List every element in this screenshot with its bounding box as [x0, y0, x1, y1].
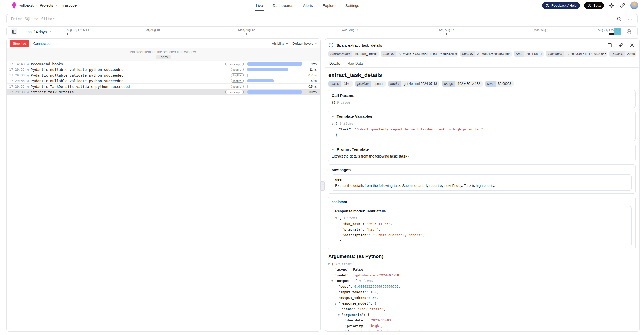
sql-filter-input[interactable]	[7, 17, 616, 22]
log-duration: 5ms	[311, 79, 317, 83]
timeline-tick-label: Mon, Aug 19	[534, 28, 550, 32]
collapse-caret[interactable]: ∨	[334, 301, 338, 306]
span-title-prefix: Span:	[336, 43, 347, 47]
log-name: recommend_books	[31, 62, 215, 66]
span-title: Span: extract_task_details	[336, 43, 382, 47]
chevron-up-icon	[332, 115, 335, 118]
log-duration: 0.7ms	[308, 74, 317, 77]
user-message-card: user Extract the details from the follow…	[332, 174, 632, 191]
scope-badge: mirascope	[225, 90, 244, 94]
empty-object: {}	[332, 101, 336, 104]
timeline-zoom-button[interactable]	[626, 28, 633, 35]
collapse-caret[interactable]: ∨	[331, 278, 335, 284]
breadcrumb-org[interactable]: willbakst	[19, 3, 34, 7]
share-link-button[interactable]	[619, 2, 626, 9]
collapse-caret[interactable]: ∨	[332, 121, 335, 127]
theme-toggle-button[interactable]	[608, 2, 615, 9]
visibility-dropdown[interactable]: Visibility	[272, 41, 288, 45]
search-button[interactable]	[616, 16, 623, 23]
arguments-python-tree: ∨{ 10 items'async': False,'model': 'gpt-…	[328, 261, 636, 332]
top-bar: willbakst › Projects › mirascope Live Da…	[0, 0, 644, 11]
meta-date[interactable]: Date2024-08-21	[514, 51, 544, 57]
chevron-down-icon	[48, 30, 51, 33]
default-levels-dropdown[interactable]: Default levels	[292, 41, 317, 45]
info-icon	[328, 42, 334, 48]
span-meta-row: Service Nameunknown_service Trace ID #c3…	[325, 50, 639, 59]
span-diamond-icon: ◆	[26, 79, 31, 82]
stop-live-button[interactable]: Stop live	[10, 40, 29, 47]
collapse-caret[interactable]: ∨	[338, 312, 342, 318]
breadcrumb-projects[interactable]: Projects	[40, 3, 53, 7]
messages-card: Messages user Extract the details from t…	[328, 164, 636, 194]
tab-raw-data[interactable]: Raw Data	[347, 59, 363, 67]
question-circle-icon	[545, 3, 550, 7]
user-avatar[interactable]	[630, 1, 638, 9]
log-duration: 9ms	[311, 62, 317, 66]
duration-bar-track	[247, 68, 302, 71]
timeline-baseline	[67, 35, 620, 35]
log-timestamp: 17:29:33	[9, 85, 26, 88]
info-circle-icon	[587, 3, 592, 7]
breadcrumb-project-name[interactable]: mirascope	[60, 3, 77, 7]
collapse-sidebar-button[interactable]	[11, 28, 17, 35]
logfire-logo-icon[interactable]	[11, 1, 17, 9]
duration-bar	[247, 85, 248, 88]
log-name: Pydantic TaskDetails validate_python suc…	[31, 85, 215, 89]
span-attribute-badges: asyncfalse provideropenai modelgpt-4o-mi…	[328, 81, 636, 87]
timeline-tick-label: Mon, Aug 12	[238, 28, 255, 32]
beta-label: Beta	[593, 4, 601, 7]
log-duration: 0.5ms	[308, 85, 317, 88]
timeline-tick-label: Wed, Aug 14	[342, 28, 358, 32]
meta-time-span[interactable]: Time span17:29:33.917 to 17:29:33.946	[546, 51, 607, 57]
sun-icon	[609, 3, 614, 8]
log-row[interactable]: 17:29:33 ◆ Pydantic nullable validate_py…	[7, 78, 320, 84]
span-diamond-icon: ◆	[26, 68, 31, 71]
tab-details[interactable]: Details	[329, 59, 340, 67]
collapse-section-caret[interactable]	[332, 148, 335, 151]
log-duration: 30ms	[309, 90, 317, 94]
nav-tab-settings[interactable]: Settings	[345, 0, 359, 11]
span-heading: extract_task_details	[328, 72, 636, 78]
call-params-card: Call Params {} 0 items	[328, 90, 636, 108]
log-row[interactable]: 17:14:43 ◆ recommend_books mirascope 9ms	[7, 61, 320, 67]
today-divider[interactable]: Today	[156, 55, 171, 59]
timeline-plot[interactable]: Aug 07, 17:26:14 Sat, Aug 10 Mon, Aug 12…	[63, 27, 628, 37]
badge-provider: provideropenai	[355, 81, 386, 87]
log-row[interactable]: 17:29:33 ◆ Pydantic nullable validate_py…	[7, 72, 320, 78]
nav-tab-explore[interactable]: Explore	[323, 0, 336, 11]
close-panel-button[interactable]	[629, 42, 635, 48]
beta-badge[interactable]: Beta	[584, 2, 604, 9]
panel-resize-handle[interactable]	[320, 181, 325, 191]
time-range-selector[interactable]: Last 14 days	[26, 27, 51, 37]
span-diamond-icon: ◆	[26, 91, 31, 94]
collapse-caret[interactable]: ∨	[335, 215, 339, 221]
template-variables-json: ∨{ 1 items"task": "Submit quarterly repo…	[332, 121, 632, 138]
nav-tab-dashboards[interactable]: Dashboards	[273, 0, 293, 11]
timeline-selection[interactable]	[614, 28, 621, 35]
feedback-help-button[interactable]: Feedback / Help	[542, 2, 580, 9]
duration-bar-track	[247, 62, 302, 66]
scope-badge: logfire	[231, 85, 244, 88]
log-row[interactable]: 17:29:33 ◆ Pydantic TaskDetails validate…	[7, 84, 320, 89]
meta-service-name[interactable]: Service Nameunknown_service	[328, 51, 379, 57]
collapse-section-caret[interactable]	[332, 115, 335, 118]
chevron-down-icon	[314, 42, 317, 45]
meta-span-id[interactable]: Span ID #9c942620aa93dbb4	[460, 51, 512, 57]
dock-panel-button[interactable]	[606, 42, 613, 48]
more-options-button[interactable]	[627, 16, 633, 23]
collapse-caret[interactable]: ∨	[328, 261, 332, 267]
nav-tab-alerts[interactable]: Alerts	[303, 0, 313, 11]
arguments-heading: Arguments: (as Python)	[328, 254, 636, 259]
duration-bar	[247, 90, 302, 94]
response-model-title: Response model: TaskDetails	[335, 209, 628, 213]
activity-histogram-bar	[609, 33, 614, 35]
meta-trace-id[interactable]: Trace ID #c3b5157330ea5c1fd4572747af512d…	[381, 51, 458, 57]
badge-async: asyncfalse	[328, 81, 353, 87]
nav-tab-live[interactable]: Live	[256, 0, 263, 11]
log-name: Pydantic nullable validate_python succee…	[31, 79, 215, 83]
log-row-selected[interactable]: 17:29:33 ◆ extract_task_details mirascop…	[7, 89, 320, 95]
meta-duration[interactable]: Duration29ms	[609, 51, 636, 57]
duration-bar	[247, 68, 288, 71]
copy-link-button[interactable]	[617, 42, 624, 48]
log-row[interactable]: 17:29:33 ◆ Pydantic nullable validate_py…	[7, 67, 320, 72]
